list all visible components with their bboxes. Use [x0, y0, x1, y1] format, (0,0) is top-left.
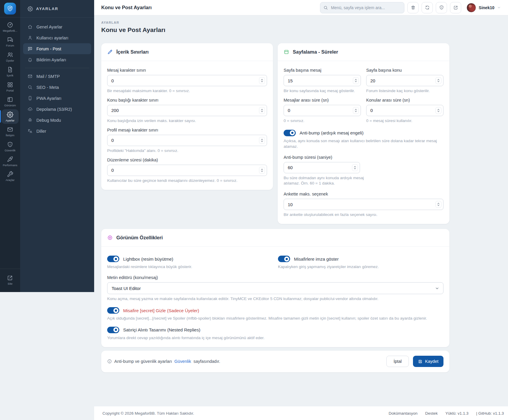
profile-message-limit-input[interactable]	[107, 135, 267, 146]
search-input[interactable]	[320, 2, 404, 13]
rail-item-site[interactable]: Site	[1, 272, 19, 287]
posts-per-page-input[interactable]	[284, 75, 361, 86]
number-input-wrap	[366, 105, 443, 116]
bell-icon	[28, 57, 33, 62]
sidebar-item-general[interactable]: Genel Ayarlar	[23, 21, 91, 32]
field-topic-flood-time: Konular arası süre (sn) 0 = mesaj süresi…	[366, 98, 443, 128]
edit-time-input[interactable]	[107, 165, 267, 176]
field-help: Konu açma, mesaj yazma ve makale sayfala…	[107, 296, 443, 302]
poll-max-options-input[interactable]	[284, 199, 443, 210]
spinner-control[interactable]	[353, 77, 359, 84]
sidebar-item-debug[interactable]: Debug Modu	[23, 115, 91, 126]
pencil-icon	[107, 49, 113, 55]
main-area: Konu ve Post Ayarları Sinek10 AYARLAR	[94, 0, 508, 372]
spinner-control[interactable]	[435, 77, 441, 84]
spinner-control[interactable]	[259, 77, 265, 84]
sidebar-item-label: Kullanıcı ayarları	[36, 36, 68, 40]
sidebar-item-notifications[interactable]: Bildirim Ayarları	[23, 54, 91, 65]
topbar-actions: Sinek10	[320, 2, 501, 13]
card-body: Lightbox (resim büyütme) Mesajlardaki re…	[101, 247, 449, 347]
security-button[interactable]	[436, 2, 447, 13]
number-input-wrap	[366, 75, 443, 86]
card-appearance: Görünüm Özellikleri Lightbox (resim büyü…	[101, 229, 449, 347]
documentation-link[interactable]: Dokümantasyon	[389, 411, 418, 416]
security-link[interactable]: Güvenlik	[174, 359, 191, 364]
spinner-control[interactable]	[259, 167, 265, 174]
field-posts-per-page: Sayfa başına mesaj Bir konu sayfasında k…	[284, 68, 361, 94]
rail-item-megaforbb[interactable]: MegaforB...	[1, 20, 19, 34]
sidebar-item-mail-smtp[interactable]: Mail / SMTP	[23, 71, 91, 82]
sidebar-menu: Genel Ayarlar Kullanıcı ayarları Forum -…	[20, 18, 94, 140]
spinner-icon	[261, 138, 263, 143]
copyright-text: Copyright © 2026 MegaforBB. Tüm Hakları …	[102, 411, 194, 416]
spinner-control[interactable]	[435, 201, 441, 208]
card-pagination: Sayfalama - Süreler Sayfa başına mesaj B…	[278, 43, 449, 224]
toggle-help: Yorumlara direkt cevap yazıldığında alın…	[107, 335, 443, 341]
rail-items: MegaforB... Forum Üyeler İçerik Portal G…	[0, 17, 20, 292]
toggle-help: Kapalıyken giriş yapmamış ziyaretçiler i…	[278, 264, 443, 270]
action-buttons: İptal Kaydet	[386, 356, 443, 367]
cancel-button[interactable]: İptal	[386, 356, 409, 367]
spinner-control[interactable]	[259, 137, 265, 144]
rail-item-appearance[interactable]: Görünüm	[1, 94, 19, 109]
lightbox-toggle[interactable]	[107, 256, 119, 262]
rail-item-performance[interactable]: Performans	[1, 154, 19, 169]
number-input-wrap	[284, 75, 361, 86]
post-flood-time-input[interactable]	[284, 105, 361, 116]
rail-item-members[interactable]: Üyeler	[1, 49, 19, 64]
refresh-button[interactable]	[422, 2, 433, 13]
rail-item-contact[interactable]: İletişim	[1, 124, 19, 139]
editor-select[interactable]: Toast UI Editor	[107, 282, 443, 294]
user-menu[interactable]: Sinek10	[467, 3, 501, 12]
sidebar-item-seo-meta[interactable]: SEO - Meta	[23, 82, 91, 93]
antibump-duration-input[interactable]	[284, 162, 360, 173]
sidebar-item-label: Mail / SMTP	[36, 74, 60, 79]
app-logo[interactable]	[4, 3, 16, 15]
sidebar-item-forum-post[interactable]: Forum - Post	[23, 43, 91, 54]
spinner-control[interactable]	[435, 107, 441, 114]
gear-icon	[7, 111, 13, 118]
message-char-limit-input[interactable]	[107, 75, 267, 86]
field-text-editor: Metin editörü (konu/mesaj) Toast UI Edit…	[107, 275, 443, 302]
number-input-wrap	[107, 75, 267, 86]
rail-item-label: Araçlar	[6, 179, 15, 182]
sidebar-item-storage[interactable]: Depolama (S3/R2)	[23, 104, 91, 115]
field-label: Profil mesajı karakter sınırı	[107, 128, 267, 132]
secret-hide-toggle[interactable]	[107, 307, 119, 314]
spinner-control[interactable]	[352, 164, 358, 171]
spinner-control[interactable]	[353, 107, 359, 114]
field-label: Konu başlığı karakter sınırı	[107, 98, 267, 102]
installed-version: Yüklü: v1.1.3	[445, 411, 468, 416]
sidebar-item-languages[interactable]: Diller	[23, 126, 91, 137]
sidebar-item-pwa[interactable]: PWA Ayarları	[23, 93, 91, 104]
card-header: Görünüm Özellikleri	[101, 229, 449, 247]
topic-title-limit-input[interactable]	[107, 105, 267, 116]
rail-item-tools[interactable]: Araçlar	[1, 169, 19, 183]
open-site-button[interactable]	[450, 2, 461, 13]
rail-item-settings[interactable]: Ayarlar	[1, 109, 19, 124]
spinner-control[interactable]	[259, 107, 265, 114]
support-link[interactable]: Destek	[425, 411, 438, 416]
topic-flood-time-input[interactable]	[366, 105, 443, 116]
rail-item-forum[interactable]: Forum	[1, 34, 19, 49]
forum-icon	[7, 36, 13, 43]
nested-replies-toggle[interactable]	[107, 327, 119, 333]
antibump-toggle[interactable]	[284, 130, 296, 136]
footer: Copyright © 2026 MegaforBB. Tüm Hakları …	[94, 406, 508, 420]
card-body: Sayfa başına mesaj Bir konu sayfasında k…	[278, 61, 449, 224]
spinner-icon	[354, 108, 357, 113]
gear-icon	[28, 6, 33, 12]
sidebar-item-label: Forum - Post	[36, 47, 61, 51]
sidebar-item-user-settings[interactable]: Kullanıcı ayarları	[23, 32, 91, 43]
guest-signature-toggle[interactable]	[278, 256, 290, 262]
rail-item-content[interactable]: İçerik	[1, 64, 19, 79]
field-label: Konular arası süre (sn)	[366, 98, 443, 102]
rail-item-portal[interactable]: Portal	[1, 79, 19, 94]
save-button[interactable]: Kaydet	[413, 356, 443, 367]
topics-per-page-input[interactable]	[366, 75, 443, 86]
field-help: Bir mesajdaki maksimum karakter. 0 = sın…	[107, 88, 267, 94]
clear-cache-button[interactable]	[407, 2, 419, 13]
card-title: Görünüm Özellikleri	[116, 235, 163, 241]
antibump-section: Anti-bump (ardışık mesaj engeli) Açıksa,…	[284, 130, 443, 150]
rail-item-security[interactable]: Güvenlik	[1, 139, 19, 154]
